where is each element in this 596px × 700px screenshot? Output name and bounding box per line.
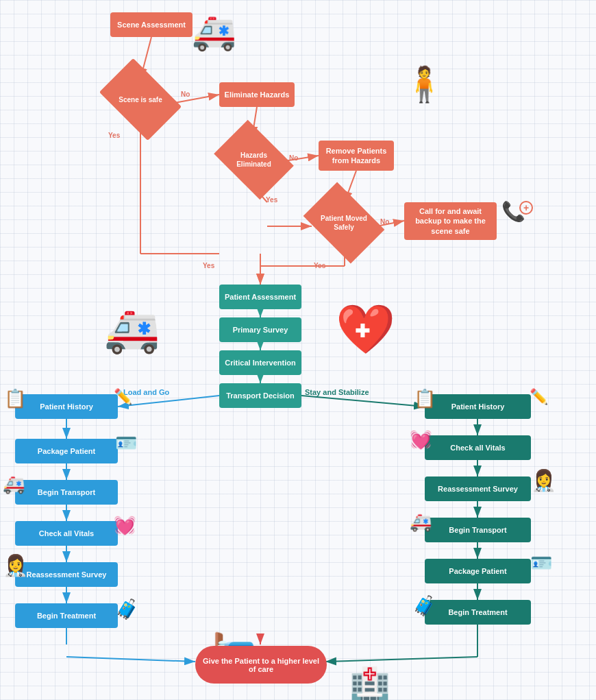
- vitals-left-icon: 💓: [114, 516, 136, 534]
- svg-line-22: [118, 396, 219, 407]
- yes-label-3b: Yes: [314, 262, 325, 269]
- plus-circle-icon: +: [519, 201, 533, 215]
- id-card-right-icon: 🪪: [530, 554, 552, 572]
- check-vitals-left-box: Check all Vitals: [15, 521, 118, 546]
- remove-patients-box: Remove Patients from Hazards: [319, 141, 394, 171]
- transport-right-icon: 🚑: [410, 513, 432, 531]
- id-card-left-icon: 🪪: [115, 434, 137, 452]
- primary-survey-box: Primary Survey: [219, 317, 301, 342]
- no-label-3: No: [380, 218, 389, 226]
- human-figure-icon: 🧍: [403, 67, 445, 101]
- transport-left-icon: 🚑: [3, 475, 25, 493]
- stay-stabilize-label: Stay and Stabilize: [305, 388, 369, 396]
- hospital-building-icon: 🏥: [349, 668, 390, 700]
- transport-decision-box: Transport Decision: [219, 383, 301, 408]
- hazards-eliminated-diamond: Hazards Eliminated: [221, 136, 286, 184]
- svg-line-30: [66, 657, 195, 662]
- medkit-right-icon: 🧳: [412, 596, 436, 616]
- nurse-left-icon: 👩‍⚕️: [3, 555, 28, 576]
- critical-intervention-box: Critical Intervention: [219, 350, 301, 375]
- reassessment-right-box: Reassessment Survey: [425, 476, 531, 501]
- no-label-1: No: [181, 90, 190, 98]
- call-backup-box: Call for and await backup to make the sc…: [404, 202, 497, 240]
- patient-assessment-box: Patient Assessment: [219, 285, 301, 309]
- svg-line-23: [301, 396, 425, 407]
- begin-transport-left-box: Begin Transport: [15, 480, 118, 505]
- patient-history-left-box: Patient History: [15, 394, 118, 419]
- nurse-right-icon: 👩‍⚕️: [531, 470, 556, 491]
- flowchart-canvas: Scene Assessment 🚑 Scene is safe No Yes …: [0, 0, 596, 700]
- reassessment-left-box: Reassessment Survey: [15, 562, 118, 587]
- pen-right-icon: ✏️: [530, 389, 548, 405]
- package-patient-left-box: Package Patient: [15, 439, 118, 463]
- medkit-left-icon: 🧳: [115, 600, 139, 619]
- eliminate-hazards-box: Eliminate Hazards: [219, 82, 295, 107]
- begin-treatment-left-box: Begin Treatment: [15, 603, 118, 628]
- notepad-left-icon: 📋: [4, 389, 26, 407]
- ambulance-left-icon: 🚑: [104, 307, 160, 352]
- no-label-2: No: [289, 154, 298, 162]
- patient-moved-safely-diamond: Patient Moved Safely: [310, 199, 377, 247]
- svg-line-37: [325, 657, 477, 662]
- notepad-right-icon: 📋: [414, 389, 436, 407]
- begin-treatment-right-box: Begin Treatment: [425, 600, 531, 625]
- patient-history-right-box: Patient History: [425, 394, 531, 419]
- begin-transport-right-box: Begin Transport: [425, 518, 531, 542]
- cross-in-heart: ✚: [355, 321, 370, 342]
- give-patient-box: Give the Patient to a higher level of ca…: [195, 646, 327, 684]
- yes-label-2: Yes: [266, 196, 277, 204]
- yes-label-1: Yes: [108, 132, 120, 139]
- scene-assessment-box: Scene Assessment: [110, 12, 193, 37]
- yes-label-3a: Yes: [203, 262, 214, 269]
- package-patient-right-box: Package Patient: [425, 559, 531, 583]
- check-vitals-right-box: Check all Vitals: [425, 435, 531, 460]
- vitals-right-icon: 💓: [410, 431, 432, 448]
- notepad-pen-left-icon: ✏️: [114, 389, 132, 405]
- scene-is-safe-diamond: Scene is safe: [106, 75, 175, 123]
- ambulance-top-icon: 🚑: [192, 14, 236, 49]
